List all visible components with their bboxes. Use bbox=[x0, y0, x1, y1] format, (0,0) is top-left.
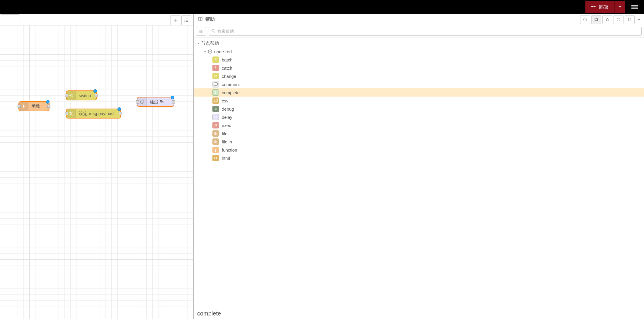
changed-marker bbox=[171, 96, 174, 99]
svg-point-15 bbox=[628, 18, 631, 19]
sidebar-more-button[interactable] bbox=[636, 15, 642, 24]
node-change-label: 设定 msg.payload bbox=[76, 111, 118, 116]
help-item-label: html bbox=[222, 156, 230, 161]
file-in-icon: 🗎 bbox=[212, 138, 219, 145]
help-tab-label: 帮助 bbox=[205, 16, 215, 23]
exec-icon: ⚙ bbox=[212, 122, 219, 128]
help-tree: 节点帮助 node-red ⎘batch!catch⇄change💬commen… bbox=[194, 37, 644, 308]
help-item-label: comment bbox=[222, 82, 240, 87]
comment-icon: 💬 bbox=[212, 81, 219, 88]
changed-marker bbox=[117, 107, 121, 111]
svg-rect-19 bbox=[200, 31, 202, 31]
search-icon bbox=[211, 29, 216, 34]
svg-rect-17 bbox=[200, 30, 202, 30]
complete-icon: ! bbox=[212, 89, 219, 96]
flow-editor: 函数 switch 设定 msg.payload bbox=[0, 14, 193, 319]
port-in[interactable] bbox=[18, 105, 21, 108]
svg-rect-21 bbox=[200, 32, 202, 32]
port-in[interactable] bbox=[136, 100, 139, 104]
port-out[interactable] bbox=[95, 94, 98, 97]
config-pane-button[interactable] bbox=[614, 15, 623, 24]
svg-point-22 bbox=[212, 29, 214, 32]
svg-point-16 bbox=[200, 30, 200, 30]
svg-rect-3 bbox=[631, 7, 638, 8]
tree-section-label: 节点帮助 bbox=[201, 41, 219, 46]
help-toc-button[interactable] bbox=[196, 27, 206, 36]
book-icon bbox=[198, 16, 203, 23]
help-item-csv[interactable]: 1,2csv bbox=[194, 97, 644, 105]
info-pane-button[interactable] bbox=[580, 15, 590, 24]
node-delay[interactable]: 延迟 5s bbox=[137, 97, 174, 107]
deploy-button-group: 部署 bbox=[585, 1, 625, 13]
help-item-label: exec bbox=[222, 123, 231, 128]
svg-rect-10 bbox=[186, 21, 188, 22]
node-switch[interactable]: switch bbox=[66, 91, 97, 100]
help-item-function[interactable]: ∫function bbox=[194, 146, 644, 154]
help-item-delay[interactable]: ◔delay bbox=[194, 113, 644, 121]
node-function-label: 函数 bbox=[28, 104, 44, 109]
node-function[interactable]: 函数 bbox=[19, 102, 49, 111]
add-flow-button[interactable] bbox=[170, 15, 180, 25]
debug-icon: ≡ bbox=[212, 106, 219, 112]
batch-icon: ⎘ bbox=[212, 56, 219, 63]
help-tab[interactable]: 帮助 bbox=[194, 14, 219, 25]
help-pane-button[interactable] bbox=[591, 15, 601, 24]
help-item-label: file in bbox=[222, 139, 232, 144]
help-item-exec[interactable]: ⚙exec bbox=[194, 121, 644, 129]
port-in[interactable] bbox=[65, 94, 68, 97]
editor-toolbar bbox=[170, 15, 191, 25]
debug-pane-button[interactable] bbox=[602, 15, 612, 24]
chevron-down-icon bbox=[202, 50, 208, 53]
help-item-label: file bbox=[222, 131, 227, 136]
svg-rect-1 bbox=[594, 6, 596, 7]
node-change[interactable]: 设定 msg.payload bbox=[66, 109, 121, 118]
port-in[interactable] bbox=[65, 112, 68, 115]
help-item-batch[interactable]: ⎘batch bbox=[194, 56, 644, 64]
port-out[interactable] bbox=[47, 105, 50, 108]
context-pane-button[interactable] bbox=[625, 15, 635, 24]
help-item-label: catch bbox=[222, 66, 232, 71]
help-search-input[interactable] bbox=[209, 27, 642, 36]
flow-tab[interactable] bbox=[0, 14, 20, 25]
flow-tabs bbox=[0, 14, 193, 25]
deploy-menu-caret[interactable] bbox=[615, 1, 625, 13]
canvas-grid bbox=[0, 25, 193, 319]
svg-point-18 bbox=[200, 31, 200, 32]
svg-point-5 bbox=[185, 18, 185, 19]
html-icon: <> bbox=[212, 155, 219, 161]
flow-canvas[interactable]: 函数 switch 设定 msg.payload bbox=[0, 25, 193, 319]
port-out[interactable] bbox=[172, 100, 175, 104]
help-item-label: complete bbox=[222, 90, 240, 95]
main-menu-button[interactable] bbox=[628, 0, 642, 14]
port-out[interactable] bbox=[119, 112, 122, 115]
help-item-file[interactable]: 🗎file bbox=[194, 129, 644, 138]
changed-marker bbox=[93, 89, 97, 93]
help-search bbox=[209, 27, 642, 36]
workspace: 函数 switch 设定 msg.payload bbox=[0, 14, 644, 319]
function-icon: ∫ bbox=[212, 147, 219, 153]
help-item-complete[interactable]: !complete bbox=[194, 88, 644, 97]
help-item-debug[interactable]: ≡debug bbox=[194, 105, 644, 113]
help-item-html[interactable]: <>html bbox=[194, 154, 644, 162]
svg-point-7 bbox=[185, 20, 185, 20]
help-item-label: function bbox=[222, 148, 237, 152]
catch-icon: ! bbox=[212, 65, 219, 71]
help-item-label: change bbox=[222, 74, 236, 79]
deploy-label: 部署 bbox=[599, 4, 609, 11]
tree-section-node-help[interactable]: 节点帮助 bbox=[194, 39, 644, 47]
app-header: 部署 bbox=[0, 0, 644, 14]
help-item-catch[interactable]: !catch bbox=[194, 64, 644, 72]
help-item-label: csv bbox=[222, 98, 229, 103]
help-item-file-in[interactable]: 🗎file in bbox=[194, 138, 644, 146]
help-item-comment[interactable]: 💬comment bbox=[194, 80, 644, 88]
tree-module-node-red[interactable]: node-red bbox=[194, 47, 644, 56]
svg-rect-6 bbox=[186, 19, 188, 19]
deploy-button[interactable]: 部署 bbox=[585, 1, 615, 13]
help-item-label: debug bbox=[222, 107, 234, 112]
sidebar-header: 帮助 bbox=[194, 14, 644, 25]
help-item-change[interactable]: ⇄change bbox=[194, 72, 644, 80]
change-icon: ⇄ bbox=[212, 73, 219, 79]
list-flows-button[interactable] bbox=[181, 15, 191, 25]
delay-icon: ◔ bbox=[212, 114, 219, 120]
svg-point-14 bbox=[618, 19, 619, 20]
